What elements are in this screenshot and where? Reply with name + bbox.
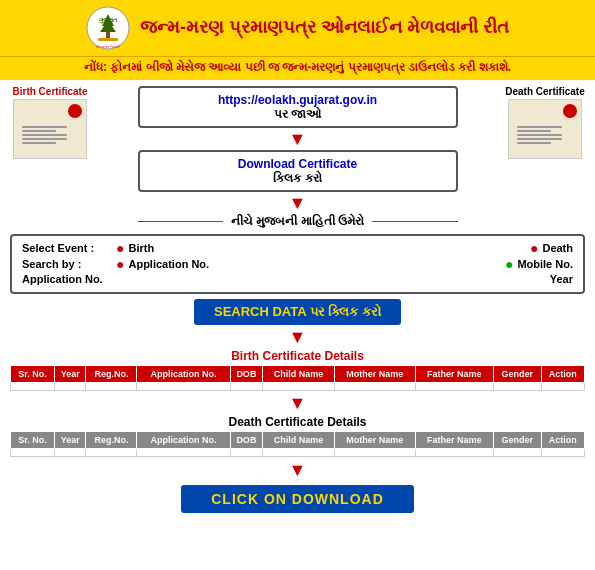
death-col-year: Year [54,432,85,449]
birth-table-empty-row [11,383,585,391]
app-no-dot: ● [116,257,124,271]
year-label: Year [550,273,573,285]
cert-line-4 [22,138,67,140]
death-cert-line-4 [517,138,562,140]
death-col-application-no: Application No. [137,432,230,449]
app-no-bottom: Application No. [22,273,103,285]
birth-col-child-name: Child Name [263,366,334,383]
select-event-row: Select Event : ● Birth ● Death [22,241,573,255]
death-cert-section: Death Certificate Details Sr. No.YearReg… [10,415,585,457]
birth-cert-image [13,99,87,159]
birth-col-gender: Gender [493,366,541,383]
search-btn-row: SEARCH DATA પર ક્લિક કરો [10,299,585,325]
note-text: ફોનમાં બીજો મેસેજ આવ્યા પછી જ જન્મ-મરણનુ… [107,60,511,74]
cert-line-3 [22,134,67,136]
birth-col-dob: DOB [230,366,263,383]
death-col-mother-name: Mother Name [334,432,415,449]
arrow-3: ▼ [10,328,585,346]
birth-col-sr-no.: Sr. No. [11,366,55,383]
birth-cert-table-title: Birth Certificate Details [10,349,585,363]
birth-cert-label: Birth Certificate [12,86,87,97]
main-content: Birth Certificate https://eolakh.gujarat… [0,80,595,570]
download-btn-row: CLICK ON DOWNLOAD [10,485,585,513]
mobile-no-option: Mobile No. [517,258,573,270]
death-dot: ● [530,241,538,255]
arrow-4: ▼ [10,394,585,412]
birth-dot: ● [116,241,124,255]
death-cert-line-3 [517,134,562,136]
death-col-gender: Gender [493,432,541,449]
birth-col-mother-name: Mother Name [334,366,415,383]
svg-rect-4 [106,32,110,38]
death-table-header-row: Sr. No.YearReg.No.Application No.DOBChil… [11,432,585,449]
arrow-1: ▼ [289,130,307,148]
death-cert-table-title: Death Certificate Details [10,415,585,429]
birth-col-action: Action [541,366,584,383]
birth-cert-table: Sr. No.YearReg.No.Application No.DOBChil… [10,365,585,391]
search-by-label: Search by : [22,258,112,270]
svg-rect-5 [98,38,118,41]
steps-row: Birth Certificate https://eolakh.gujarat… [10,86,585,228]
death-cert-line-2 [517,130,551,132]
birth-cert-thumb: Birth Certificate [10,86,90,228]
death-col-regno.: Reg.No. [86,432,137,449]
death-cert-image [508,99,582,159]
main-container: ગુજરાત સત્યમેવ જયતે જન્મ-મરણ પ્રમાણપત્ર … [0,0,595,570]
birth-col-father-name: Father Name [415,366,493,383]
death-col-dob: DOB [230,432,263,449]
search-by-row: Search by : ● Application No. ● Mobile N… [22,257,573,271]
step2-label: Download Certificate [156,157,440,171]
header: ગુજરાત સત્યમેવ જયતે જન્મ-મરણ પ્રમાણપત્ર … [0,0,595,56]
death-cert-table: Sr. No.YearReg.No.Application No.DOBChil… [10,431,585,457]
step1-action: પર જાઓ [156,107,440,121]
download-button[interactable]: CLICK ON DOWNLOAD [181,485,414,513]
arrow-2: ▼ [289,194,307,212]
info-box: Select Event : ● Birth ● Death Search by… [10,234,585,294]
mobile-dot: ● [505,257,513,271]
step1-box: https://eolakh.gujarat.gov.in પર જાઓ [138,86,458,128]
app-no-option: Application No. [128,258,209,270]
death-col-child-name: Child Name [263,432,334,449]
steps-center: https://eolakh.gujarat.gov.in પર જાઓ ▼ D… [98,86,497,228]
death-cert-label: Death Certificate [505,86,584,97]
note-prefix: નોંધ: [84,60,107,74]
note-bar: નોંધ: ફોનમાં બીજો મેસેજ આવ્યા પછી જ જન્મ… [0,56,595,80]
page-title: જન્મ-મરણ પ્રમાણપત્ર ઓનલાઈન મેળવવાની રીત [140,16,509,39]
birth-option: Birth [128,242,154,254]
death-cert-line-1 [517,126,562,128]
birth-cert-section: Birth Certificate Details Sr. No.YearReg… [10,349,585,391]
step1-url: https://eolakh.gujarat.gov.in [156,93,440,107]
birth-col-application-no: Application No. [137,366,230,383]
step2-box: Download Certificate ક્લિક કરો [138,150,458,192]
cert-line-2 [22,130,56,132]
death-col-action: Action [541,432,584,449]
birth-col-year: Year [54,366,85,383]
cert-line-5 [22,142,56,144]
arrow-5: ▼ [10,461,585,479]
mobile-no-group: ● Mobile No. [505,257,573,271]
death-col-sr-no.: Sr. No. [11,432,55,449]
death-cert-thumb: Death Certificate [505,86,585,228]
birth-table-header-row: Sr. No.YearReg.No.Application No.DOBChil… [11,366,585,383]
death-table-empty-row [11,449,585,457]
step2-action: ક્લિક કરો [156,171,440,185]
logo: ગુજરાત સત્યમેવ જયતે [86,6,130,50]
year-group: Year [550,273,573,285]
search-data-button[interactable]: SEARCH DATA પર ક્લિક કરો [194,299,401,325]
svg-text:સત્યમેવ જયતે: સત્યમેવ જયતે [96,44,120,49]
cert-line-1 [22,126,67,128]
select-event-label: Select Event : [22,242,112,254]
bottom-row: Application No. Year [22,273,573,285]
death-cert-line-5 [517,142,551,144]
death-col-father-name: Father Name [415,432,493,449]
death-option: Death [542,242,573,254]
death-option-group: ● Death [530,241,573,255]
birth-col-regno.: Reg.No. [86,366,137,383]
step3-label: નીચે મુજબની માહિતી ઉમેરો [223,214,372,228]
